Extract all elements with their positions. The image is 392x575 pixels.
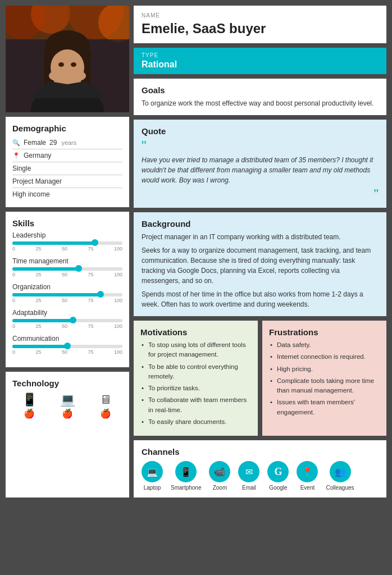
skill-name: Time management	[12, 257, 122, 265]
motivation-item: To collaborate with team members in real…	[140, 395, 251, 415]
tech-item-phone: 📱 🍎	[12, 393, 46, 419]
phone-device-icon: 📱	[22, 393, 37, 407]
tech-item-desktop: 🖥 🍎	[89, 393, 122, 419]
demo-age-unit: years	[61, 139, 76, 146]
motivation-item: To easily share documents.	[140, 417, 251, 427]
motiv-frustrations-section: Motivations To stop using lots of differ…	[134, 321, 386, 436]
channel-item: G Google	[267, 461, 289, 491]
goals-title: Goals	[142, 85, 379, 95]
quote-text: Have you ever tried to manage a distribu…	[142, 155, 379, 185]
goals-section: Goals To organize work the most effectiv…	[134, 79, 386, 115]
motivation-item: To prioritize tasks.	[140, 384, 251, 393]
skill-bar-thumb	[92, 239, 98, 246]
motivations-title: Motivations	[140, 327, 251, 337]
channel-label: Zoom	[213, 485, 227, 491]
skill-name: Leadership	[12, 231, 122, 239]
background-section: Background Project manager in an IT comp…	[134, 212, 386, 316]
channel-item: 👥 Colleagues	[326, 461, 354, 491]
skill-scale: 0 25 50 75 100	[12, 349, 122, 355]
desktop-device-icon: 🖥	[99, 393, 112, 407]
skill-scale: 0 25 50 75 100	[12, 246, 122, 252]
demographic-card: Demographic 🔍 Female 29 years 📍 Germany …	[6, 117, 129, 207]
desktop-brand-icon: 🍎	[100, 408, 111, 419]
skill-bar-fill	[12, 319, 73, 322]
skill-bar-thumb	[75, 265, 82, 272]
tech-icons-grid: 📱 🍎 💻 🍎 🖥 🍎	[12, 393, 122, 419]
skill-bar	[12, 293, 122, 296]
demo-status: Single	[12, 165, 31, 172]
laptop-device-icon: 💻	[60, 393, 75, 407]
quote-open-mark: "	[142, 139, 379, 153]
type-label: TYPE	[142, 52, 379, 58]
skill-bar-fill	[12, 293, 101, 296]
name-value: Emelie, SaaS buyer	[142, 21, 379, 36]
channel-label: Google	[269, 485, 287, 491]
left-column: Demographic 🔍 Female 29 years 📍 Germany …	[6, 6, 129, 498]
skill-bar	[12, 345, 122, 348]
channel-icon: ✉	[238, 461, 259, 482]
skill-name: Organization	[12, 283, 122, 291]
svg-point-17	[71, 62, 76, 67]
right-column: NAME Emelie, SaaS buyer TYPE Rational Go…	[134, 6, 386, 498]
gender-icon: 🔍	[12, 139, 20, 147]
name-section: NAME Emelie, SaaS buyer	[134, 6, 386, 43]
skill-item: Time management 0 25 50 75 100	[12, 257, 122, 277]
demo-location: Germany	[24, 152, 51, 159]
demographic-title: Demographic	[12, 124, 122, 133]
page: Demographic 🔍 Female 29 years 📍 Germany …	[6, 6, 386, 498]
channel-item: ✉ Email	[238, 461, 259, 491]
location-icon: 📍	[12, 152, 20, 159]
skill-bar-fill	[12, 267, 79, 271]
motivations-card: Motivations To stop using lots of differ…	[134, 321, 258, 436]
technology-title: Technology	[12, 378, 122, 388]
frustrations-title: Frustrations	[269, 327, 380, 337]
frustrations-list: Data safety.Internet connection is requi…	[269, 340, 380, 417]
demo-gender: Female	[24, 139, 46, 147]
motivations-list: To stop using lots of different tools fo…	[140, 340, 251, 427]
channel-label: Event	[300, 485, 315, 491]
skill-scale: 0 25 50 75 100	[12, 323, 122, 329]
skill-item: Leadership 0 25 50 75 100	[12, 231, 122, 252]
skills-card: Skills Leadership 0 25 50 75 100 Time ma…	[6, 212, 129, 367]
motivation-item: To be able to control everything remotel…	[140, 362, 251, 382]
skills-title: Skills	[12, 218, 122, 228]
skill-bar	[12, 319, 122, 322]
skill-name: Adaptability	[12, 309, 122, 317]
demo-age: 29	[49, 139, 57, 147]
skill-bar-thumb	[97, 291, 104, 298]
skill-item: Communication 0 25 50 75 100	[12, 335, 122, 355]
skill-item: Organization 0 25 50 75 100	[12, 283, 122, 303]
frustration-item: Complicate tools taking more time than m…	[269, 376, 380, 396]
quote-section: Quote " Have you ever tried to manage a …	[134, 120, 386, 208]
skill-bar-thumb	[64, 343, 71, 349]
channel-icon: G	[267, 461, 289, 482]
skills-list: Leadership 0 25 50 75 100 Time managemen…	[12, 231, 122, 355]
background-title: Background	[142, 219, 379, 229]
channel-label: Laptop	[144, 485, 161, 491]
frustrations-card: Frustrations Data safety.Internet connec…	[262, 321, 386, 436]
channel-item: 📹 Zoom	[209, 461, 230, 491]
background-para1: Project manager in an IT company working…	[142, 232, 379, 242]
demo-income-row: High income	[12, 188, 122, 200]
quote-title: Quote	[142, 126, 379, 136]
channels-row: 💻 Laptop 📱 Smartphone 📹 Zoom ✉ Email G G…	[142, 461, 379, 491]
background-para3: Spends most of her time in the office bu…	[142, 289, 379, 309]
channel-label: Email	[242, 485, 256, 491]
demo-status-row: Single	[12, 162, 122, 175]
tech-item-laptop: 💻 🍎	[51, 393, 84, 419]
phone-brand-icon: 🍎	[24, 408, 35, 419]
profile-photo	[6, 6, 129, 112]
skill-bar	[12, 241, 122, 245]
demo-location-row: 📍 Germany	[12, 149, 122, 162]
frustration-item: Data safety.	[269, 340, 380, 350]
background-para2: Seeks for a way to organize document man…	[142, 245, 379, 286]
channel-icon: 📹	[209, 461, 230, 482]
channels-title: Channels	[142, 447, 379, 457]
laptop-brand-icon: 🍎	[62, 408, 73, 419]
type-value: Rational	[142, 60, 379, 70]
skill-name: Communication	[12, 335, 122, 343]
frustration-item: Internet connection is required.	[269, 352, 380, 362]
svg-point-16	[58, 62, 64, 67]
demo-job-row: Project Manager	[12, 175, 122, 188]
channel-item: 💻 Laptop	[142, 461, 163, 491]
